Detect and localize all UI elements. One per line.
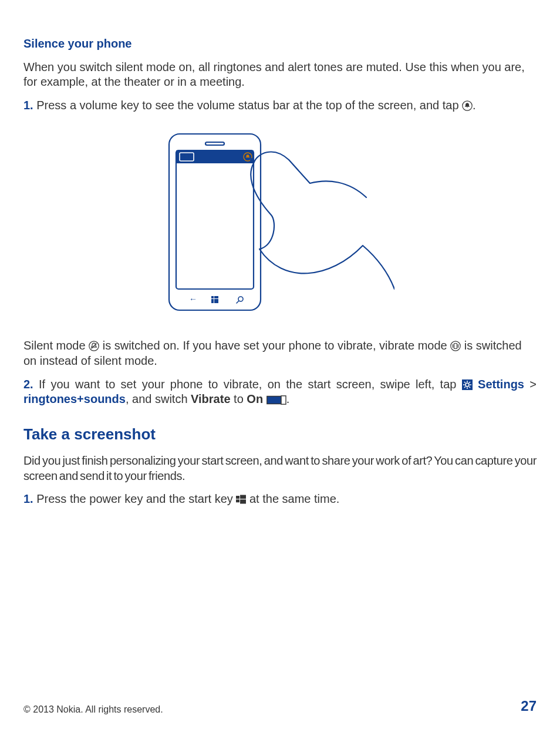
svg-rect-30 [281,396,286,404]
svg-rect-31 [236,496,239,499]
bell-ring-icon [462,100,473,111]
vibrate-mode-icon [450,341,461,351]
step2-e: . [286,392,290,405]
silent-a: Silent mode [23,339,89,352]
svg-rect-11 [214,299,218,303]
silent-mode-paragraph: Silent mode is switched on. If you have … [23,338,537,368]
intro-screenshot: Did you just finish personalizing your s… [23,454,537,483]
bell-silent-icon [89,341,99,351]
step2-b: , and switch [126,392,191,405]
svg-rect-33 [236,499,239,502]
step1s-b: at the same time. [246,492,339,505]
toggle-on-icon [266,395,286,405]
vibrate-label: Vibrate [191,392,230,405]
svg-rect-29 [266,397,281,404]
page-footer: © 2013 Nokia. All rights reserved. 27 [23,697,537,716]
copyright: © 2013 Nokia. All rights reserved. [23,704,163,716]
step2-a: If you want to set your phone to vibrate… [33,378,462,391]
settings-label: Settings [473,378,524,391]
on-label: On [247,392,263,405]
gt: > [524,378,537,391]
svg-line-13 [237,301,239,303]
silent-b: is switched on. If you have set your pho… [99,339,450,352]
heading-screenshot: Take a screenshot [23,425,537,444]
svg-rect-10 [211,299,214,303]
start-key-icon [236,495,246,505]
svg-rect-3 [176,150,254,289]
intro-silence: When you switch silent mode on, all ring… [23,60,537,90]
svg-rect-18 [454,344,457,349]
ringtones-label: ringtones+sounds [23,392,126,405]
phone-volume-text: 09 [181,153,188,160]
svg-point-17 [451,341,460,351]
settings-tile-icon [462,379,473,390]
step1-text-b: . [473,99,476,112]
step1-silence: 1. Press a volume key to see the volume … [23,98,537,113]
svg-rect-2 [205,142,224,145]
svg-rect-9 [214,296,218,298]
svg-text:←: ← [189,294,197,304]
svg-rect-8 [211,296,214,298]
svg-point-14 [250,158,254,162]
step-number: 1. [23,492,33,505]
heading-silence: Silence your phone [23,36,537,52]
step-number: 2. [23,378,33,391]
svg-rect-32 [240,495,246,499]
page-number: 27 [521,697,537,716]
svg-rect-34 [240,499,246,503]
step1-text-a: Press a volume key to see the volume sta… [33,99,462,112]
step2-silence: 2. If you want to set your phone to vibr… [23,377,537,407]
step2-c: to [231,392,247,405]
step1s-a: Press the power key and the start key [33,492,237,505]
figure-phone-tap: 09 ← [23,130,537,318]
step-number: 1. [23,99,33,112]
step1-screenshot: 1. Press the power key and the start key… [23,492,537,507]
